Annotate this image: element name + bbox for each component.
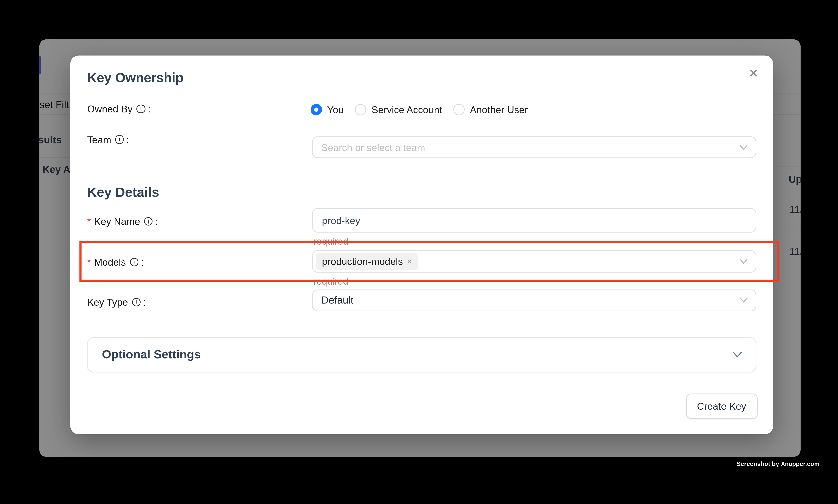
info-icon: i (144, 217, 153, 226)
watermark-text: Screenshot by Xnapper.com (737, 460, 820, 467)
screenshot-canvas: eset Filt sults Key Alia Up 11/ 11/ Key … (0, 0, 838, 504)
required-asterisk: * (87, 216, 91, 227)
key-name-input[interactable] (312, 208, 756, 233)
key-details-heading: Key Details (87, 185, 159, 200)
radio-icon (310, 104, 322, 115)
radio-icon (355, 104, 366, 115)
info-icon: i (137, 104, 145, 113)
radio-option-service-account[interactable]: Service Account (355, 104, 442, 115)
chevron-down-icon (732, 352, 742, 358)
radio-option-another-user[interactable]: Another User (453, 104, 528, 115)
modal-title: Key Ownership (87, 70, 183, 86)
info-icon: i (132, 298, 141, 306)
chevron-down-icon (739, 297, 748, 303)
key-name-label: * Key Name i : (87, 216, 158, 227)
optional-settings-header[interactable]: Optional Settings (87, 337, 756, 373)
key-type-select[interactable]: Default (312, 289, 756, 311)
annotation-highlight-box (79, 241, 779, 282)
key-type-label: Key Type i : (87, 296, 146, 308)
radio-option-you[interactable]: You (310, 104, 344, 115)
owned-by-label: Owned By i : (87, 103, 150, 114)
team-select[interactable]: Search or select a team (312, 137, 756, 159)
team-label: Team i : (87, 134, 129, 145)
owned-by-radio-group: You Service Account Another User (310, 104, 528, 115)
chevron-down-icon (739, 145, 748, 150)
radio-icon (453, 104, 464, 115)
optional-settings-label: Optional Settings (102, 348, 201, 362)
team-select-placeholder: Search or select a team (313, 142, 425, 153)
info-icon: i (115, 135, 124, 144)
key-type-value: Default (313, 294, 354, 306)
create-key-button[interactable]: Create Key (686, 394, 757, 419)
close-icon[interactable]: × (745, 65, 762, 82)
